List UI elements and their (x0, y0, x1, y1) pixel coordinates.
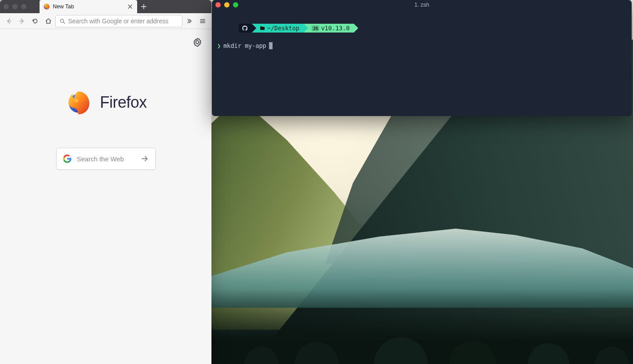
desktop-wallpaper: New Tab (0, 0, 633, 364)
zoom-window-button-inactive[interactable] (21, 4, 26, 9)
close-window-button-inactive[interactable] (4, 4, 9, 9)
terminal-title: 1. zsh (212, 2, 632, 8)
reload-button[interactable] (29, 15, 41, 27)
browser-tab-active[interactable]: New Tab (40, 0, 137, 13)
newtab-settings-button[interactable] (192, 37, 203, 47)
arrow-right-icon (140, 154, 149, 163)
search-submit-button[interactable] (140, 154, 149, 163)
terminal-window: 1. zsh ~/Desktop JS v10.13.0 (212, 0, 632, 116)
firefox-tab-bar: New Tab (0, 0, 211, 13)
reload-icon (32, 18, 39, 25)
firefox-window: New Tab (0, 0, 211, 364)
search-icon (59, 18, 65, 24)
firefox-brand-name: Firefox (100, 93, 147, 112)
url-input[interactable] (68, 18, 178, 25)
arrow-left-icon (5, 18, 12, 25)
prompt-node-tag: JS (312, 25, 319, 31)
plus-icon (141, 4, 147, 10)
browser-tab-title: New Tab (53, 4, 124, 10)
prompt-segment-node: JS v10.13.0 (304, 24, 354, 33)
terminal-command-line[interactable]: ❯ mkdir my-app (217, 42, 626, 49)
app-menu-button[interactable] (196, 15, 209, 27)
firefox-brand: Firefox (65, 89, 147, 116)
home-icon (45, 18, 52, 25)
home-button[interactable] (42, 15, 55, 27)
double-chevron-right-icon (186, 18, 193, 25)
new-tab-button[interactable] (137, 0, 150, 13)
close-tab-button[interactable] (127, 3, 134, 10)
google-logo-icon (63, 154, 72, 163)
terminal-body[interactable]: ~/Desktop JS v10.13.0 ❯ mkdir my-app (212, 10, 632, 116)
arrow-right-icon (18, 18, 25, 25)
firefox-newtab-page: Firefox Search the Web (0, 29, 211, 364)
overflow-menu-button[interactable] (183, 15, 196, 27)
wallpaper-trees (211, 289, 633, 364)
back-button[interactable] (3, 15, 15, 27)
github-icon (242, 25, 247, 31)
terminal-cursor (269, 42, 273, 49)
hamburger-icon (199, 18, 206, 25)
prompt-segment-vcs (239, 24, 252, 33)
close-icon (127, 4, 133, 9)
firefox-window-controls (4, 0, 26, 13)
folder-icon (260, 26, 265, 30)
forward-button[interactable] (16, 15, 28, 27)
url-bar[interactable] (55, 15, 182, 27)
newtab-search-box[interactable]: Search the Web (56, 148, 156, 170)
firefox-toolbar (0, 13, 211, 29)
firefox-logo-icon (65, 89, 92, 116)
prompt-symbol: ❯ (217, 42, 221, 49)
gear-icon (192, 37, 203, 47)
firefox-favicon-icon (43, 3, 50, 10)
prompt-node-version: v10.13.0 (321, 25, 349, 32)
terminal-titlebar[interactable]: 1. zsh (212, 0, 632, 10)
newtab-search-placeholder: Search the Web (77, 155, 135, 163)
prompt-powerline: ~/Desktop JS v10.13.0 (239, 24, 354, 33)
prompt-cwd-text: ~/Desktop (267, 25, 299, 32)
minimize-window-button-inactive[interactable] (12, 4, 18, 9)
prompt-segment-cwd: ~/Desktop (252, 24, 304, 33)
terminal-command-text: mkdir my-app (223, 42, 266, 49)
